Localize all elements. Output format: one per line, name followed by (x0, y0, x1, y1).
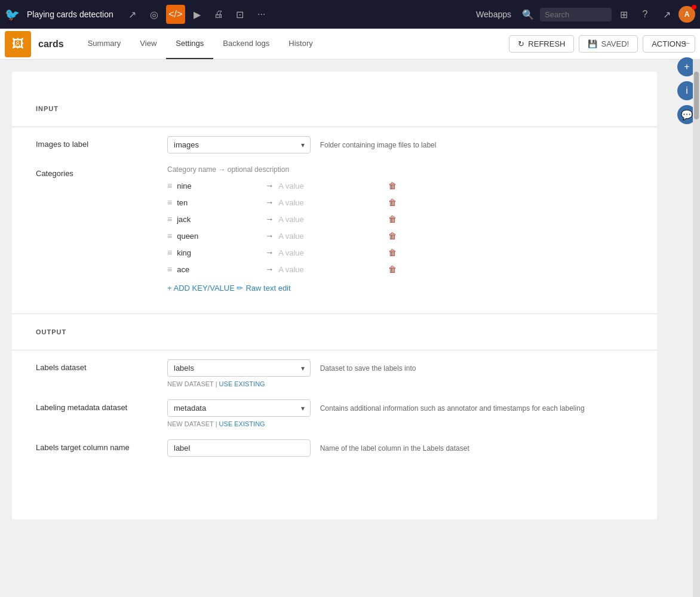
target-col-row: Labels target column name Name of the la… (36, 439, 633, 457)
output-section-label: OUTPUT (36, 328, 633, 336)
metadata-select[interactable]: metadata (167, 399, 311, 417)
arrow-icon: → (265, 181, 274, 190)
cat-value[interactable]: A value (278, 198, 374, 207)
images-hint: Folder containing image files to label (320, 136, 437, 149)
images-select[interactable]: images (167, 136, 311, 153)
tab-settings[interactable]: Settings (166, 29, 213, 59)
output-divider (12, 350, 657, 350)
drag-handle[interactable]: ≡ (167, 264, 172, 274)
delete-icon[interactable]: 🗑 (388, 231, 397, 241)
trend-icon[interactable]: ↗ (657, 5, 676, 24)
nav-icon-play[interactable]: ▶ (188, 5, 207, 24)
images-to-label-row: Images to label images ▾ Folder containi… (36, 136, 633, 153)
scrollbar-track[interactable] (693, 60, 700, 597)
target-col-input[interactable] (167, 439, 311, 457)
nav-icon-code[interactable]: </> (166, 5, 185, 24)
delete-icon[interactable]: 🗑 (388, 198, 397, 207)
app-tabs: Summary View Settings Backend logs Histo… (78, 29, 323, 59)
add-key-button[interactable]: + ADD KEY/VALUE (167, 284, 235, 293)
cat-row-queen: ≡ queen → A value 🗑 (167, 229, 633, 243)
labels-dataset-control: labels ▾ Dataset to save the labels into… (167, 359, 633, 387)
tab-view[interactable]: View (130, 29, 166, 59)
content-scroll[interactable]: INPUT Images to label images ▾ Folder co… (0, 60, 693, 597)
nav-icon-redirect[interactable]: ↗ (123, 5, 142, 24)
app-bar: 🖼 cards Summary View Settings Backend lo… (0, 29, 700, 60)
cat-value[interactable]: A value (278, 215, 374, 224)
nav-icon-more[interactable]: ··· (252, 5, 271, 24)
nav-icon-target[interactable]: ◎ (145, 5, 164, 24)
main-area: INPUT Images to label images ▾ Folder co… (0, 60, 700, 597)
search-input[interactable] (540, 8, 612, 21)
images-control: images ▾ Folder containing image files t… (167, 136, 633, 153)
drag-handle[interactable]: ≡ (167, 248, 172, 257)
cat-name: king (177, 248, 260, 257)
categories-label: Categories (36, 165, 167, 178)
cat-row-jack: ≡ jack → A value 🗑 (167, 212, 633, 226)
metadata-use-existing[interactable]: USE EXISTING (219, 420, 265, 427)
categories-row: Categories Category name → optional desc… (36, 165, 633, 293)
metadata-new-dataset[interactable]: NEW DATASET (167, 420, 214, 427)
metadata-dataset-row: Labeling metadata dataset metadata ▾ Con… (36, 399, 633, 427)
target-col-control: Name of the label column in the Labels d… (167, 439, 633, 457)
scrollbar-thumb[interactable] (694, 72, 699, 119)
back-button[interactable]: ← (677, 33, 696, 53)
drag-handle[interactable]: ≡ (167, 231, 172, 241)
labels-select[interactable]: labels (167, 359, 311, 377)
apps-icon[interactable]: ⊞ (614, 5, 633, 24)
cat-value[interactable]: A value (278, 265, 374, 274)
tab-history[interactable]: History (279, 29, 322, 59)
delete-icon[interactable]: 🗑 (388, 181, 397, 190)
cat-name: queen (177, 232, 260, 241)
labels-new-dataset[interactable]: NEW DATASET (167, 380, 214, 387)
labels-dataset-row: Labels dataset labels ▾ Dataset to save … (36, 359, 633, 387)
delete-icon[interactable]: 🗑 (388, 264, 397, 274)
output-top-divider (12, 313, 657, 314)
categories-header: Category name → optional description (167, 165, 633, 174)
delete-icon[interactable]: 🗑 (388, 214, 397, 224)
content-card: INPUT Images to label images ▾ Folder co… (12, 72, 657, 519)
app-bar-actions: ↻ REFRESH 💾 SAVED! ACTIONS (509, 35, 700, 53)
labels-dataset-links: NEW DATASET | USE EXISTING (167, 380, 633, 387)
cat-name: nine (177, 181, 260, 190)
raw-edit-button[interactable]: ✏ Raw text edit (237, 284, 290, 293)
saved-button[interactable]: 💾 SAVED! (579, 35, 638, 53)
avatar[interactable]: A (678, 6, 695, 23)
cat-name: ace (177, 265, 260, 274)
target-col-hint: Name of the label column in the Labels d… (320, 439, 469, 453)
input-divider (12, 127, 657, 127)
cat-row-ten: ≡ ten → A value 🗑 (167, 195, 633, 210)
arrow-icon: → (265, 248, 274, 257)
labels-use-existing[interactable]: USE EXISTING (219, 380, 265, 387)
webapps-label: Webapps (476, 10, 511, 19)
metadata-select-wrapper: metadata ▾ (167, 399, 311, 417)
nav-icon-print[interactable]: 🖨 (209, 5, 228, 24)
nav-icon-grid[interactable]: ⊡ (231, 5, 250, 24)
images-select-wrapper: images ▾ (167, 136, 311, 153)
tab-summary[interactable]: Summary (78, 29, 131, 59)
arrow-icon: → (265, 231, 274, 241)
cat-name: ten (177, 198, 260, 207)
refresh-icon: ↻ (518, 39, 524, 48)
input-section-label: INPUT (36, 105, 633, 112)
metadata-control: metadata ▾ Contains additional informati… (167, 399, 633, 427)
metadata-dataset-links: NEW DATASET | USE EXISTING (167, 420, 633, 427)
drag-handle[interactable]: ≡ (167, 181, 172, 190)
metadata-label: Labeling metadata dataset (36, 399, 167, 412)
search-icon[interactable]: 🔍 (518, 5, 538, 24)
help-icon[interactable]: ? (635, 5, 655, 24)
delete-icon[interactable]: 🗑 (388, 248, 397, 257)
cat-value[interactable]: A value (278, 181, 374, 190)
drag-handle[interactable]: ≡ (167, 198, 172, 207)
labels-dataset-label: Labels dataset (36, 359, 167, 372)
refresh-button[interactable]: ↻ REFRESH (509, 35, 574, 53)
save-icon: 💾 (588, 39, 597, 48)
top-nav: 🐦 Playing cards detection ↗ ◎ </> ▶ 🖨 ⊡ … (0, 0, 700, 29)
arrow-icon: → (265, 214, 274, 224)
tab-backend-logs[interactable]: Backend logs (213, 29, 279, 59)
cat-value[interactable]: A value (278, 232, 374, 241)
edit-icon: ✏ (237, 284, 243, 293)
drag-handle[interactable]: ≡ (167, 214, 172, 224)
cat-value[interactable]: A value (278, 248, 374, 257)
categories-control: Category name → optional description ≡ n… (167, 165, 633, 293)
app-name: cards (38, 39, 64, 50)
